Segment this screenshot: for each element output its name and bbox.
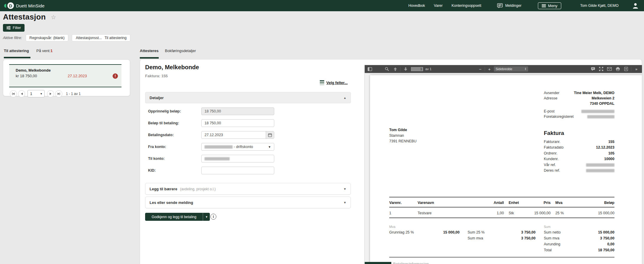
filter-chip-regnskapsar[interactable]: Regnskapsår: (blank)	[26, 34, 69, 41]
pdf-canvas-area[interactable]: Avsender Tine Meier Melk, DEMO Adresse M…	[365, 73, 642, 264]
chevron-up-icon: ▲	[343, 96, 346, 99]
filter-chip-attestasjonsstatus[interactable]: Attestasjonsst... Til attestering	[72, 34, 130, 41]
field-label-betalingsdato: Betalingsdato:	[148, 133, 198, 137]
page-select-value: 1	[30, 92, 32, 96]
redacted-email	[581, 110, 614, 113]
col-header-pris: Pris	[521, 201, 551, 205]
betalingsdato-input[interactable]	[201, 131, 274, 139]
redacted-org-number	[587, 115, 614, 118]
chip-label: Regnskapsår: (blank)	[30, 36, 65, 40]
logo-accent-icon	[4, 4, 6, 8]
field-label-belop-til-betaling: Beløp til betaling:	[148, 121, 198, 125]
tab-pa-vent[interactable]: På vent:1	[36, 49, 53, 53]
les-eller-sende-melding-accordion[interactable]: Les eller sende melding ▼	[145, 197, 351, 208]
pdf-page-input[interactable]	[411, 67, 424, 72]
next-page-button[interactable]	[47, 90, 54, 97]
til-konto-input[interactable]	[201, 155, 274, 162]
vat-base-label: Grunnlag 25 %	[389, 230, 414, 234]
meta-label: Vår ref.	[544, 163, 556, 167]
sum-section-label: Sum	[544, 225, 551, 228]
approve-dropdown-button[interactable]: ▼	[203, 213, 210, 221]
sum-label: Avrunding	[544, 242, 560, 246]
chevron-down-icon: ▾	[40, 92, 42, 95]
chevron-down-icon: ▼	[343, 187, 346, 191]
previous-page-arrow-icon[interactable]	[392, 66, 398, 72]
col-header-antall: Antall	[474, 201, 504, 205]
tab-bokforingsdetaljer[interactable]: Bokføringsdetaljer	[165, 49, 196, 53]
row-varenavn: Testvare	[418, 211, 432, 215]
messages-link[interactable]: Meldinger	[497, 3, 521, 8]
col-header-varenavn: Varenavn	[418, 201, 434, 205]
user-name: Tom Gilde Kjøtt, DEMO	[580, 4, 619, 8]
first-page-button[interactable]	[10, 90, 17, 97]
legg-til-barere-title: Legg til bærere	[150, 187, 177, 191]
choose-fields-label: Velg felter...	[326, 81, 348, 85]
fra-konto-select[interactable]: - driftskonto ▼	[201, 143, 274, 151]
nav-konteringsoppsett[interactable]: Konteringsoppsett	[452, 4, 481, 8]
search-icon[interactable]	[384, 66, 390, 72]
more-tools-icon[interactable]: »	[633, 66, 640, 72]
invoice-footer-logo	[365, 262, 391, 264]
zoom-out-icon[interactable]: −	[478, 67, 483, 72]
filter-button[interactable]: Filter	[3, 24, 25, 32]
info-icon[interactable]: i	[210, 214, 216, 220]
print-icon[interactable]	[614, 66, 621, 72]
hamburger-icon	[542, 4, 546, 7]
choose-fields-link[interactable]: Velg felter...	[320, 80, 348, 85]
active-filters-row: Aktive filtre: Regnskapsår: (blank) Atte…	[3, 34, 130, 41]
tab-til-attestering[interactable]: Til attestering	[4, 49, 29, 53]
messages-label: Meldinger	[505, 4, 521, 8]
details-accordion-header[interactable]: Detaljer ▲	[145, 92, 351, 103]
email-icon[interactable]	[606, 66, 613, 72]
zoom-in-icon[interactable]: +	[487, 67, 492, 72]
pdf-page-count: av 1	[425, 67, 432, 71]
calendar-icon[interactable]	[266, 131, 274, 139]
table-top-border	[389, 197, 614, 197]
sender-address: Melkeveien 2	[592, 96, 614, 100]
user-avatar-icon[interactable]	[632, 2, 639, 9]
next-page-arrow-icon[interactable]	[402, 66, 409, 72]
meta-label: Deres ref.	[544, 168, 560, 173]
field-label-til-konto: Til konto:	[148, 157, 198, 161]
nav-varer[interactable]: Varer	[434, 4, 443, 8]
select-spinner-icon: ▲▼	[525, 67, 526, 70]
meta-label: Ordrenr.	[544, 151, 557, 155]
vat-base-value: 15 000,00	[419, 230, 460, 234]
page-select[interactable]: 1 ▾	[27, 90, 45, 97]
comment-tool-icon[interactable]	[590, 66, 596, 72]
belop-til-betaling-input[interactable]	[201, 119, 274, 127]
sum-value: 0,00	[579, 242, 614, 246]
nav-hovedbok[interactable]: Hovedbok	[408, 4, 425, 8]
approve-button[interactable]: Godkjenn og legg til betaling	[145, 213, 203, 221]
zoom-scale-select[interactable]: Sidebredde ▲▼	[494, 66, 528, 72]
menu-button[interactable]: Meny	[538, 2, 561, 9]
vat-section-label: Mva	[389, 225, 395, 228]
sidebar-toggle-icon[interactable]	[366, 66, 373, 72]
last-page-button[interactable]	[55, 90, 62, 97]
pagination-summary: 1 - 1 av 1	[66, 92, 81, 96]
invoice-list-card: Demo, Melkebonde kr 18 750,00 27.12.2023…	[3, 59, 130, 96]
recipient-address: Stamnan	[389, 133, 404, 138]
invoice-list-item[interactable]: Demo, Melkebonde kr 18 750,00 27.12.2023…	[9, 64, 121, 87]
row-mva: 25 %	[555, 211, 564, 215]
sum-label: Sum netto	[544, 230, 561, 234]
invoice-page: Avsender Tine Meier Melk, DEMO Adresse M…	[370, 75, 642, 264]
app-logo[interactable]: D Duett MinSide	[4, 2, 45, 9]
invoice-item-name: Demo, Melkebonde	[16, 68, 51, 73]
tab-attesteres[interactable]: Attesteres	[140, 49, 159, 53]
attestation-detail-card: Demo, Melkebonde Faktura: 155 Velg felte…	[140, 59, 642, 264]
favorite-star-icon[interactable]: ☆	[51, 14, 56, 21]
filter-sliders-icon	[7, 26, 11, 30]
row-antall: 1,00	[474, 211, 504, 215]
prev-page-button[interactable]	[18, 90, 25, 97]
invoice-title: Faktura	[544, 130, 564, 136]
col-header-mva: Mva	[555, 201, 562, 205]
kid-input[interactable]	[201, 167, 274, 174]
zoom-scale-value: Sidebredde	[496, 67, 512, 71]
fullscreen-icon[interactable]	[598, 66, 604, 72]
sender-postal: 7340 OPPDAL	[590, 102, 614, 106]
table-header-border	[389, 207, 614, 207]
download-icon[interactable]	[623, 66, 629, 72]
legg-til-barere-accordion[interactable]: Legg til bærere (avdeling, prosjekt o.l.…	[145, 183, 351, 195]
redacted-our-ref	[586, 163, 614, 167]
